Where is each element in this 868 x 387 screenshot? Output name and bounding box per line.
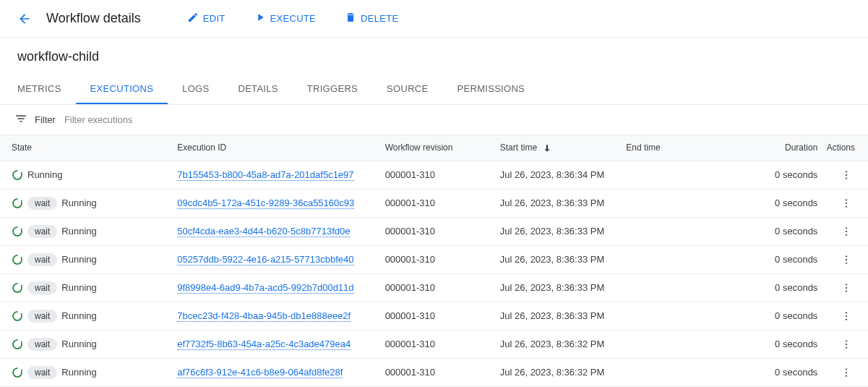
row-actions-menu[interactable] [838, 364, 855, 381]
table-row: waitRunning05257ddb-5922-4e16-a215-57713… [0, 245, 868, 273]
tab-logs[interactable]: Logs [168, 75, 223, 104]
wait-chip: wait [27, 253, 57, 266]
execution-id-link[interactable]: 7bcec23d-f428-4baa-945b-db1e888eee2f [177, 310, 351, 322]
duration-cell: 0 seconds [749, 217, 824, 245]
delete-label: Delete [361, 13, 398, 24]
svg-point-19 [846, 344, 847, 345]
start-time-cell: Jul 26, 2023, 8:36:32 PM [497, 330, 624, 358]
table-row: waitRunning7bcec23d-f428-4baa-945b-db1e8… [0, 302, 868, 330]
svg-point-15 [846, 312, 847, 313]
row-actions-menu[interactable] [838, 166, 855, 184]
execute-label: Execute [270, 13, 317, 24]
execution-id-link[interactable]: 7b155453-b800-45a8-ad7a-201daf5c1e97 [177, 169, 353, 181]
duration-cell: 0 seconds [749, 330, 824, 358]
running-icon [12, 169, 23, 181]
table-header-row: State Execution ID Workflow revision Sta… [0, 135, 868, 161]
tab-executions[interactable]: Executions [76, 75, 168, 104]
row-actions-menu[interactable] [838, 223, 855, 240]
row-actions-menu[interactable] [838, 336, 855, 353]
state-text: Running [27, 169, 62, 180]
col-header-actions: Actions [823, 135, 868, 161]
filter-input[interactable] [63, 114, 854, 126]
execution-id-link[interactable]: 50cf4cda-eae3-4d44-b620-5c8b7713fd0e [177, 226, 350, 237]
filter-bar: Filter [0, 105, 868, 135]
state-text: Running [61, 226, 96, 237]
table-row: waitRunning50cf4cda-eae3-4d44-b620-5c8b7… [0, 217, 868, 245]
execution-id-link[interactable]: 09cdc4b5-172a-451c-9289-36ca55160c93 [177, 197, 354, 209]
col-header-start[interactable]: Start time [497, 135, 624, 161]
svg-point-23 [846, 375, 847, 376]
svg-point-0 [846, 171, 847, 172]
execute-button[interactable]: Execute [243, 7, 328, 30]
executions-table: State Execution ID Workflow revision Sta… [0, 135, 868, 387]
start-time-cell: Jul 26, 2023, 8:36:33 PM [497, 217, 624, 245]
end-time-cell [623, 358, 749, 386]
revision-cell: 000001-310 [382, 273, 497, 302]
state-text: Running [61, 339, 96, 349]
execution-id-link[interactable]: 05257ddb-5922-4e16-a215-57713cbbfe40 [177, 254, 353, 265]
tab-metrics[interactable]: Metrics [3, 75, 76, 104]
svg-point-11 [846, 262, 847, 263]
svg-point-7 [846, 231, 847, 232]
tab-permissions[interactable]: Permissions [443, 75, 540, 104]
table-row: waitRunningef7732f5-8b63-454a-a25c-4c3ad… [0, 330, 868, 358]
trash-icon [345, 12, 356, 25]
tab-details[interactable]: Details [223, 75, 292, 104]
row-actions-menu[interactable] [838, 251, 855, 268]
start-time-cell: Jul 26, 2023, 8:36:33 PM [497, 189, 624, 217]
back-arrow-icon[interactable] [14, 9, 35, 29]
running-icon [12, 367, 23, 378]
col-header-execution-id[interactable]: Execution ID [174, 135, 382, 161]
table-row: Running7b155453-b800-45a8-ad7a-201daf5c1… [0, 161, 868, 189]
execution-id-link[interactable]: 9f8998e4-6ad9-4b7a-acd5-992b7d00d11d [177, 282, 353, 294]
delete-button[interactable]: Delete [333, 7, 410, 30]
tab-triggers[interactable]: Triggers [293, 75, 372, 104]
table-row: waitRunningaf76c6f3-912e-41c6-b8e9-064af… [0, 358, 868, 386]
filter-label: Filter [35, 114, 56, 125]
edit-button[interactable]: Edit [176, 7, 237, 30]
row-actions-menu[interactable] [838, 195, 855, 212]
execution-id-link[interactable]: ef7732f5-8b63-454a-a25c-4c3ade479ea4 [177, 339, 351, 350]
row-actions-menu[interactable] [838, 279, 855, 297]
end-time-cell [623, 302, 749, 330]
running-icon [12, 310, 23, 322]
tab-source[interactable]: Source [372, 75, 442, 104]
svg-point-6 [846, 227, 847, 229]
end-time-cell [623, 273, 749, 302]
svg-point-1 [846, 174, 847, 176]
duration-cell: 0 seconds [749, 302, 824, 330]
end-time-cell [623, 161, 749, 189]
svg-point-16 [846, 315, 847, 317]
table-row: waitRunning9f8998e4-6ad9-4b7a-acd5-992b7… [0, 273, 868, 302]
state-text: Running [61, 367, 96, 378]
svg-point-5 [846, 205, 847, 207]
wait-chip: wait [27, 225, 57, 238]
running-icon [12, 226, 23, 237]
revision-cell: 000001-310 [382, 217, 497, 245]
svg-point-10 [846, 259, 847, 260]
running-icon [12, 197, 23, 209]
execution-id-link[interactable]: af76c6f3-912e-41c6-b8e9-064afd8fe28f [177, 367, 343, 378]
revision-cell: 000001-310 [382, 189, 497, 217]
wait-chip: wait [27, 366, 57, 379]
col-header-end[interactable]: End time [623, 135, 749, 161]
col-header-duration[interactable]: Duration [749, 135, 824, 161]
row-actions-menu[interactable] [838, 307, 855, 325]
start-time-cell: Jul 26, 2023, 8:36:33 PM [497, 273, 624, 302]
start-time-cell: Jul 26, 2023, 8:36:34 PM [497, 161, 624, 189]
col-header-revision[interactable]: Workflow revision [382, 135, 497, 161]
revision-cell: 000001-310 [382, 358, 497, 386]
sort-descending-icon [542, 143, 552, 153]
state-text: Running [61, 197, 96, 208]
state-text: Running [61, 310, 96, 321]
col-header-state[interactable]: State [0, 135, 174, 161]
svg-point-21 [846, 368, 847, 370]
table-row: waitRunning09cdc4b5-172a-451c-9289-36ca5… [0, 189, 868, 217]
wait-chip: wait [27, 310, 57, 323]
workflow-name: workflow-child [0, 38, 868, 75]
page-title: Workflow details [46, 11, 141, 26]
wait-chip: wait [27, 281, 57, 294]
duration-cell: 0 seconds [749, 161, 824, 189]
end-time-cell [623, 330, 749, 358]
svg-point-20 [846, 346, 847, 348]
